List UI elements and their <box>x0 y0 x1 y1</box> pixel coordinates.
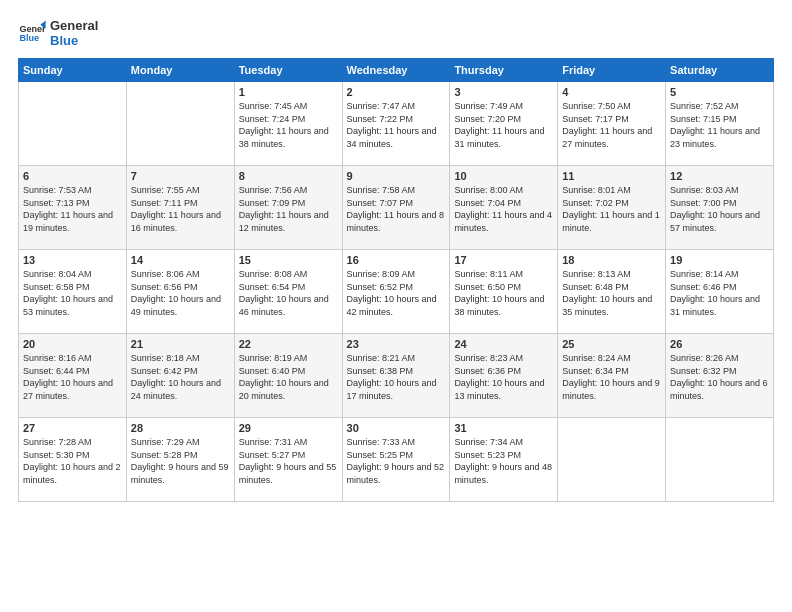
day-info: Sunrise: 7:58 AM Sunset: 7:07 PM Dayligh… <box>347 184 446 234</box>
day-number: 15 <box>239 254 338 266</box>
day-cell: 28Sunrise: 7:29 AM Sunset: 5:28 PM Dayli… <box>126 418 234 502</box>
logo-line2: Blue <box>50 33 98 48</box>
weekday-header-saturday: Saturday <box>666 59 774 82</box>
week-row-5: 27Sunrise: 7:28 AM Sunset: 5:30 PM Dayli… <box>19 418 774 502</box>
week-row-4: 20Sunrise: 8:16 AM Sunset: 6:44 PM Dayli… <box>19 334 774 418</box>
day-number: 17 <box>454 254 553 266</box>
day-info: Sunrise: 8:03 AM Sunset: 7:00 PM Dayligh… <box>670 184 769 234</box>
logo-line1: General <box>50 18 98 33</box>
day-info: Sunrise: 8:23 AM Sunset: 6:36 PM Dayligh… <box>454 352 553 402</box>
day-number: 9 <box>347 170 446 182</box>
day-number: 19 <box>670 254 769 266</box>
week-row-3: 13Sunrise: 8:04 AM Sunset: 6:58 PM Dayli… <box>19 250 774 334</box>
day-cell: 31Sunrise: 7:34 AM Sunset: 5:23 PM Dayli… <box>450 418 558 502</box>
day-cell: 2Sunrise: 7:47 AM Sunset: 7:22 PM Daylig… <box>342 82 450 166</box>
day-cell: 27Sunrise: 7:28 AM Sunset: 5:30 PM Dayli… <box>19 418 127 502</box>
day-info: Sunrise: 7:52 AM Sunset: 7:15 PM Dayligh… <box>670 100 769 150</box>
day-number: 26 <box>670 338 769 350</box>
day-number: 11 <box>562 170 661 182</box>
weekday-header-thursday: Thursday <box>450 59 558 82</box>
day-number: 8 <box>239 170 338 182</box>
weekday-header-monday: Monday <box>126 59 234 82</box>
day-cell: 30Sunrise: 7:33 AM Sunset: 5:25 PM Dayli… <box>342 418 450 502</box>
day-info: Sunrise: 7:28 AM Sunset: 5:30 PM Dayligh… <box>23 436 122 486</box>
day-cell: 26Sunrise: 8:26 AM Sunset: 6:32 PM Dayli… <box>666 334 774 418</box>
day-cell: 8Sunrise: 7:56 AM Sunset: 7:09 PM Daylig… <box>234 166 342 250</box>
day-number: 3 <box>454 86 553 98</box>
day-cell: 1Sunrise: 7:45 AM Sunset: 7:24 PM Daylig… <box>234 82 342 166</box>
day-info: Sunrise: 7:34 AM Sunset: 5:23 PM Dayligh… <box>454 436 553 486</box>
day-number: 7 <box>131 170 230 182</box>
day-number: 12 <box>670 170 769 182</box>
day-info: Sunrise: 7:53 AM Sunset: 7:13 PM Dayligh… <box>23 184 122 234</box>
day-info: Sunrise: 8:04 AM Sunset: 6:58 PM Dayligh… <box>23 268 122 318</box>
day-number: 10 <box>454 170 553 182</box>
day-cell: 14Sunrise: 8:06 AM Sunset: 6:56 PM Dayli… <box>126 250 234 334</box>
day-info: Sunrise: 8:13 AM Sunset: 6:48 PM Dayligh… <box>562 268 661 318</box>
day-info: Sunrise: 7:50 AM Sunset: 7:17 PM Dayligh… <box>562 100 661 150</box>
day-cell: 6Sunrise: 7:53 AM Sunset: 7:13 PM Daylig… <box>19 166 127 250</box>
day-number: 23 <box>347 338 446 350</box>
day-info: Sunrise: 8:19 AM Sunset: 6:40 PM Dayligh… <box>239 352 338 402</box>
day-cell: 11Sunrise: 8:01 AM Sunset: 7:02 PM Dayli… <box>558 166 666 250</box>
day-number: 6 <box>23 170 122 182</box>
weekday-header-tuesday: Tuesday <box>234 59 342 82</box>
day-info: Sunrise: 8:01 AM Sunset: 7:02 PM Dayligh… <box>562 184 661 234</box>
day-cell: 17Sunrise: 8:11 AM Sunset: 6:50 PM Dayli… <box>450 250 558 334</box>
day-cell: 16Sunrise: 8:09 AM Sunset: 6:52 PM Dayli… <box>342 250 450 334</box>
day-number: 24 <box>454 338 553 350</box>
day-cell: 3Sunrise: 7:49 AM Sunset: 7:20 PM Daylig… <box>450 82 558 166</box>
day-cell: 21Sunrise: 8:18 AM Sunset: 6:42 PM Dayli… <box>126 334 234 418</box>
day-number: 2 <box>347 86 446 98</box>
day-info: Sunrise: 8:26 AM Sunset: 6:32 PM Dayligh… <box>670 352 769 402</box>
day-number: 25 <box>562 338 661 350</box>
day-cell: 13Sunrise: 8:04 AM Sunset: 6:58 PM Dayli… <box>19 250 127 334</box>
day-cell: 20Sunrise: 8:16 AM Sunset: 6:44 PM Dayli… <box>19 334 127 418</box>
day-info: Sunrise: 8:06 AM Sunset: 6:56 PM Dayligh… <box>131 268 230 318</box>
day-cell: 29Sunrise: 7:31 AM Sunset: 5:27 PM Dayli… <box>234 418 342 502</box>
header: General Blue General Blue <box>18 18 774 48</box>
logo: General Blue General Blue <box>18 18 98 48</box>
day-number: 27 <box>23 422 122 434</box>
day-info: Sunrise: 8:08 AM Sunset: 6:54 PM Dayligh… <box>239 268 338 318</box>
weekday-header-friday: Friday <box>558 59 666 82</box>
day-info: Sunrise: 7:47 AM Sunset: 7:22 PM Dayligh… <box>347 100 446 150</box>
day-info: Sunrise: 8:24 AM Sunset: 6:34 PM Dayligh… <box>562 352 661 402</box>
weekday-header-row: SundayMondayTuesdayWednesdayThursdayFrid… <box>19 59 774 82</box>
day-info: Sunrise: 7:31 AM Sunset: 5:27 PM Dayligh… <box>239 436 338 486</box>
day-info: Sunrise: 8:00 AM Sunset: 7:04 PM Dayligh… <box>454 184 553 234</box>
calendar-container: General Blue General Blue SundayMondayTu… <box>0 0 792 612</box>
day-cell: 23Sunrise: 8:21 AM Sunset: 6:38 PM Dayli… <box>342 334 450 418</box>
day-info: Sunrise: 8:16 AM Sunset: 6:44 PM Dayligh… <box>23 352 122 402</box>
day-number: 5 <box>670 86 769 98</box>
week-row-2: 6Sunrise: 7:53 AM Sunset: 7:13 PM Daylig… <box>19 166 774 250</box>
day-cell: 22Sunrise: 8:19 AM Sunset: 6:40 PM Dayli… <box>234 334 342 418</box>
day-cell <box>666 418 774 502</box>
calendar-header: SundayMondayTuesdayWednesdayThursdayFrid… <box>19 59 774 82</box>
day-info: Sunrise: 7:56 AM Sunset: 7:09 PM Dayligh… <box>239 184 338 234</box>
day-cell: 5Sunrise: 7:52 AM Sunset: 7:15 PM Daylig… <box>666 82 774 166</box>
day-number: 30 <box>347 422 446 434</box>
day-number: 1 <box>239 86 338 98</box>
day-number: 16 <box>347 254 446 266</box>
day-number: 14 <box>131 254 230 266</box>
day-cell: 12Sunrise: 8:03 AM Sunset: 7:00 PM Dayli… <box>666 166 774 250</box>
day-number: 29 <box>239 422 338 434</box>
day-cell: 24Sunrise: 8:23 AM Sunset: 6:36 PM Dayli… <box>450 334 558 418</box>
logo-icon: General Blue <box>18 19 46 47</box>
day-cell: 18Sunrise: 8:13 AM Sunset: 6:48 PM Dayli… <box>558 250 666 334</box>
svg-text:Blue: Blue <box>19 33 39 43</box>
week-row-1: 1Sunrise: 7:45 AM Sunset: 7:24 PM Daylig… <box>19 82 774 166</box>
weekday-header-wednesday: Wednesday <box>342 59 450 82</box>
day-info: Sunrise: 8:09 AM Sunset: 6:52 PM Dayligh… <box>347 268 446 318</box>
day-cell: 10Sunrise: 8:00 AM Sunset: 7:04 PM Dayli… <box>450 166 558 250</box>
day-cell: 9Sunrise: 7:58 AM Sunset: 7:07 PM Daylig… <box>342 166 450 250</box>
day-cell: 4Sunrise: 7:50 AM Sunset: 7:17 PM Daylig… <box>558 82 666 166</box>
day-info: Sunrise: 7:29 AM Sunset: 5:28 PM Dayligh… <box>131 436 230 486</box>
day-cell: 19Sunrise: 8:14 AM Sunset: 6:46 PM Dayli… <box>666 250 774 334</box>
day-cell: 7Sunrise: 7:55 AM Sunset: 7:11 PM Daylig… <box>126 166 234 250</box>
day-info: Sunrise: 8:18 AM Sunset: 6:42 PM Dayligh… <box>131 352 230 402</box>
day-cell <box>558 418 666 502</box>
day-info: Sunrise: 8:11 AM Sunset: 6:50 PM Dayligh… <box>454 268 553 318</box>
day-number: 20 <box>23 338 122 350</box>
